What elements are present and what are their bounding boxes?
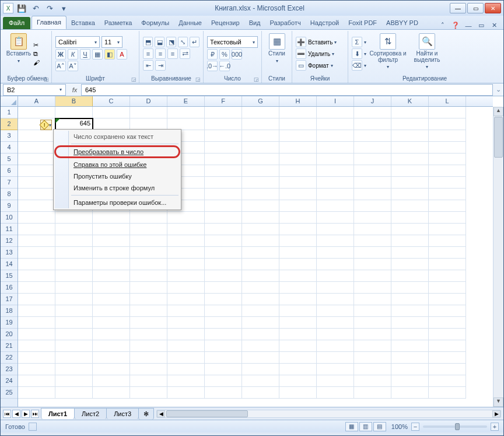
row-header-3[interactable]: 3 [1,130,18,142]
cell-B19[interactable] [55,317,93,329]
cell-E12[interactable] [167,235,205,247]
cell-G3[interactable] [242,130,279,142]
cell-C15[interactable] [93,270,130,282]
cell-K3[interactable] [391,130,429,142]
row-header-5[interactable]: 5 [1,154,18,165]
cell-F20[interactable] [205,329,242,340]
cell-F25[interactable] [205,387,242,399]
copy-button[interactable]: ⧉ [33,50,40,58]
formula-input[interactable]: 645 [81,84,493,96]
scroll-up-button[interactable]: ▲ [494,107,503,116]
cell-L3[interactable] [429,130,466,142]
cell-A3[interactable] [18,130,55,142]
sort-filter-button[interactable]: ⇅ Сортировка и фильтр▾ [369,32,407,75]
align-center-button[interactable]: ≡ [155,48,166,59]
zoom-level[interactable]: 100% [391,423,408,430]
cell-K22[interactable] [391,352,429,364]
sheet-tab-2[interactable]: Лист2 [74,408,107,419]
font-size-combo[interactable]: 11▾ [102,36,123,48]
cell-B13[interactable] [55,247,93,259]
cell-L12[interactable] [429,235,466,247]
macro-record-icon[interactable] [29,423,37,431]
tab-foxit[interactable]: Foxit PDF [344,17,382,29]
cell-G17[interactable] [242,294,279,305]
cell-I23[interactable] [317,364,354,375]
cell-B20[interactable] [55,329,93,340]
col-header-J[interactable]: J [354,96,391,106]
cell-I16[interactable] [317,282,354,294]
cell-J17[interactable] [354,294,391,305]
column-headers[interactable]: ABCDEFGHIJKL [18,96,493,107]
cell-G20[interactable] [242,329,279,340]
tab-home[interactable]: Главная [32,16,66,29]
row-headers[interactable]: 1234567891011121314151617181920212223242… [1,107,18,407]
cell-L17[interactable] [429,294,466,305]
menu-ignore-error[interactable]: Пропустить ошибку [55,170,180,182]
align-right-button[interactable]: ≡ [167,48,178,59]
cell-I8[interactable] [317,189,354,200]
cell-I18[interactable] [317,305,354,317]
cell-L22[interactable] [429,352,466,364]
tab-review[interactable]: Рецензир [206,17,244,29]
cell-I5[interactable] [317,154,354,165]
autosum-button[interactable]: Σ [352,37,362,47]
cell-G21[interactable] [242,340,279,352]
cell-D19[interactable] [130,317,167,329]
tab-data[interactable]: Данные [174,17,206,29]
cell-D12[interactable] [130,235,167,247]
format-cells-button[interactable]: Формат [308,62,329,69]
row-header-10[interactable]: 10 [1,212,18,224]
cell-G16[interactable] [242,282,279,294]
cell-J2[interactable] [354,118,391,130]
number-dialog-icon[interactable]: ◲ [254,76,259,82]
cell-H12[interactable] [279,235,317,247]
cell-B21[interactable] [55,340,93,352]
cell-A11[interactable] [18,224,55,235]
cell-C20[interactable] [93,329,130,340]
cell-F2[interactable] [205,118,242,130]
cell-J14[interactable] [354,259,391,270]
tab-developer[interactable]: Разработч [265,17,306,29]
row-header-4[interactable]: 4 [1,142,18,154]
cell-H17[interactable] [279,294,317,305]
cell-K21[interactable] [391,340,429,352]
cell-L23[interactable] [429,364,466,375]
help-icon[interactable]: ❓ [451,22,460,29]
cell-H7[interactable] [279,177,317,189]
col-header-F[interactable]: F [205,96,242,106]
menu-error-checking-options[interactable]: Параметры проверки ошибок... [55,197,180,208]
cell-J23[interactable] [354,364,391,375]
cell-F1[interactable] [205,107,242,118]
tab-nav-first[interactable]: ⏮ [3,410,11,418]
tab-insert[interactable]: Вставка [66,17,100,29]
cell-B11[interactable] [55,224,93,235]
cell-K1[interactable] [391,107,429,118]
cell-A17[interactable] [18,294,55,305]
cell-I13[interactable] [317,247,354,259]
cell-F24[interactable] [205,375,242,387]
cell-H24[interactable] [279,375,317,387]
cell-G13[interactable] [242,247,279,259]
cell-C21[interactable] [93,340,130,352]
cell-K18[interactable] [391,305,429,317]
cell-K5[interactable] [391,154,429,165]
cell-F11[interactable] [205,224,242,235]
row-header-13[interactable]: 13 [1,247,18,259]
cell-C1[interactable] [93,107,130,118]
cell-L6[interactable] [429,165,466,177]
cell-B14[interactable] [55,259,93,270]
mdi-minimize-icon[interactable]: — [464,22,473,29]
cell-I4[interactable] [317,142,354,154]
cell-F18[interactable] [205,305,242,317]
cell-H4[interactable] [279,142,317,154]
italic-button[interactable]: К [68,49,78,60]
cell-E20[interactable] [167,329,205,340]
tab-view[interactable]: Вид [244,17,265,29]
cell-K12[interactable] [391,235,429,247]
cell-H19[interactable] [279,317,317,329]
cell-H2[interactable] [279,118,317,130]
col-header-C[interactable]: C [93,96,130,106]
cell-K9[interactable] [391,200,429,212]
zoom-out-button[interactable]: − [411,423,419,431]
shrink-font-button[interactable]: A˅ [68,61,78,71]
